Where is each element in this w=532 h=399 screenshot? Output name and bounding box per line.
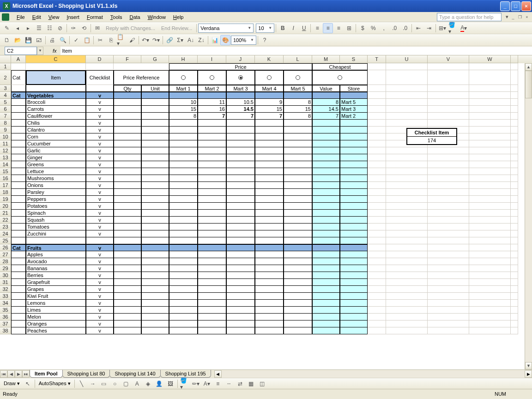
store-cell[interactable] — [340, 300, 368, 307]
cell[interactable] — [469, 272, 511, 279]
cat-header[interactable]: Cat — [11, 70, 26, 85]
cell[interactable] — [428, 189, 469, 196]
cell[interactable] — [114, 314, 141, 320]
cell[interactable] — [114, 286, 141, 293]
price-cell[interactable] — [255, 251, 284, 258]
item-cilantro[interactable]: Cilantro — [26, 127, 86, 133]
col-header-corner[interactable] — [511, 55, 518, 63]
comma-button[interactable]: , — [379, 23, 389, 33]
cell[interactable] — [11, 210, 26, 217]
row-header-30[interactable]: 30 — [0, 272, 11, 279]
store-cell[interactable] — [340, 189, 368, 196]
store-header[interactable]: Store — [340, 85, 368, 92]
category-fruits[interactable]: Fruits — [26, 244, 86, 251]
cell[interactable] — [428, 320, 469, 327]
cell[interactable] — [114, 196, 141, 203]
price-cell[interactable] — [284, 161, 312, 168]
cell[interactable] — [386, 182, 428, 189]
price-cell[interactable] — [198, 175, 226, 182]
cell[interactable] — [368, 92, 386, 99]
item-bananas[interactable]: Bananas — [26, 265, 86, 272]
item-check[interactable]: v — [86, 272, 114, 279]
item-check[interactable]: v — [86, 203, 114, 210]
item-check[interactable]: v — [86, 230, 114, 237]
value-cell[interactable] — [312, 189, 340, 196]
hscroll-right-button[interactable]: ▶ — [525, 370, 532, 378]
price-cell[interactable] — [255, 154, 284, 161]
value-cell[interactable] — [312, 154, 340, 161]
value-cell[interactable] — [312, 133, 340, 140]
col-header-W[interactable]: W — [469, 55, 511, 63]
cell[interactable] — [141, 127, 169, 133]
price-cell[interactable] — [198, 224, 226, 230]
price-cell[interactable] — [284, 127, 312, 133]
price-cell[interactable] — [284, 314, 312, 320]
price-cell[interactable] — [255, 203, 284, 210]
doc-restore-button[interactable]: ❐ — [517, 14, 523, 20]
price-cell[interactable]: 8 — [284, 99, 312, 106]
cell[interactable] — [11, 258, 26, 265]
open-button[interactable]: 📂 — [12, 35, 23, 45]
merge-center-button[interactable]: ⊞ — [344, 23, 354, 33]
font-color-draw-icon[interactable]: A▾ — [202, 379, 212, 389]
row-header-1[interactable]: 1 — [0, 63, 11, 70]
row-header-4[interactable]: 4 — [0, 92, 11, 99]
sort-desc-button[interactable]: Z↓ — [196, 35, 206, 45]
cell[interactable] — [141, 300, 169, 307]
store-cell[interactable] — [340, 258, 368, 265]
value-cell[interactable] — [312, 293, 340, 300]
line-color-icon[interactable]: ✏▾ — [191, 379, 201, 389]
copy-button[interactable]: ⎘ — [106, 35, 116, 45]
col-header-H[interactable]: H — [169, 55, 198, 63]
cell[interactable] — [141, 203, 169, 210]
cell[interactable] — [86, 85, 114, 92]
col-header-I[interactable]: I — [198, 55, 226, 63]
col-header-S[interactable]: S — [340, 55, 368, 63]
price-cell[interactable] — [226, 300, 255, 307]
print-button[interactable]: 🖨 — [47, 35, 57, 45]
cell[interactable] — [368, 279, 386, 286]
cell[interactable] — [386, 113, 428, 120]
value-cell[interactable] — [312, 196, 340, 203]
cell[interactable] — [428, 258, 469, 265]
cell[interactable] — [469, 320, 511, 327]
cell[interactable] — [11, 113, 26, 120]
cell[interactable] — [469, 120, 511, 127]
mart-header-1[interactable]: Mart 1 — [169, 85, 198, 92]
cell[interactable] — [114, 140, 141, 147]
cell[interactable] — [255, 244, 284, 251]
price-cell[interactable] — [284, 230, 312, 237]
price-cell[interactable] — [226, 217, 255, 224]
cell[interactable] — [511, 210, 518, 217]
price-cell[interactable] — [198, 133, 226, 140]
price-cell[interactable] — [255, 258, 284, 265]
cell[interactable] — [141, 140, 169, 147]
item-chilis[interactable]: Chilis — [26, 120, 86, 127]
cell[interactable] — [428, 154, 469, 161]
price-cell[interactable]: 9 — [255, 99, 284, 106]
menu-view[interactable]: View — [45, 13, 63, 21]
row-header-35[interactable]: 35 — [0, 307, 11, 314]
price-cell[interactable] — [198, 272, 226, 279]
item-garlic[interactable]: Garlic — [26, 147, 86, 154]
value-cell[interactable] — [312, 224, 340, 230]
cell[interactable] — [511, 168, 518, 175]
mart-header-5[interactable]: Mart 5 — [284, 85, 312, 92]
mail-icon[interactable]: ✉ — [92, 23, 103, 33]
cat-label[interactable]: Cat — [11, 92, 26, 99]
price-cell[interactable] — [284, 140, 312, 147]
price-cell[interactable] — [255, 182, 284, 189]
cell[interactable] — [428, 168, 469, 175]
cell[interactable] — [368, 244, 386, 251]
undo-button[interactable]: ↶▾ — [140, 35, 151, 45]
price-cell[interactable] — [226, 314, 255, 320]
col-header-K[interactable]: K — [255, 55, 284, 63]
value-cell[interactable] — [312, 307, 340, 314]
shadow-icon[interactable]: ▦ — [246, 379, 256, 389]
price-header[interactable]: Price — [169, 63, 312, 70]
row-header-31[interactable]: 31 — [0, 279, 11, 286]
ink-icon[interactable]: ✑ — [68, 23, 79, 33]
cell[interactable] — [386, 251, 428, 258]
cell[interactable] — [11, 251, 26, 258]
cell[interactable] — [198, 244, 226, 251]
